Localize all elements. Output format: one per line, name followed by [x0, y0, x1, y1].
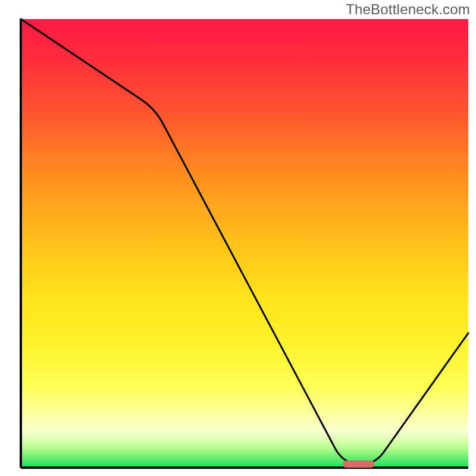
- chart-frame: TheBottleneck.com: [0, 0, 476, 476]
- plot-background: [21, 19, 468, 468]
- optimum-marker: [343, 461, 374, 468]
- bottleneck-chart: [0, 0, 476, 476]
